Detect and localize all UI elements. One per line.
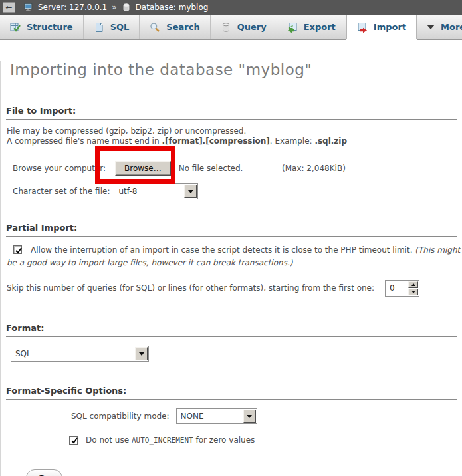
max-size-note: (Max: 2,048KiB) <box>282 164 346 173</box>
allow-interruption-label: Allow the interruption of an import in c… <box>31 245 415 255</box>
format-value: SQL <box>11 346 134 361</box>
select-arrow-icon <box>135 347 148 360</box>
browse-row: Browse your computer: Browse… No file se… <box>13 160 458 176</box>
tab-bar: Structure SQL Search Query Export <box>0 15 462 40</box>
export-icon <box>287 22 298 33</box>
hint-line2-prefix: A compressed file's name must end in <box>7 136 162 146</box>
server-icon <box>24 3 33 12</box>
tab-search[interactable]: Search <box>140 15 210 39</box>
tab-query[interactable]: Query <box>211 15 277 39</box>
import-icon <box>357 22 368 33</box>
breadcrumb-server[interactable]: Server: 127.0.0.1 <box>38 3 107 12</box>
hint-format-pattern: .[format].[compression] <box>162 136 269 146</box>
search-icon <box>150 22 160 33</box>
breadcrumb-database[interactable]: Database: myblog <box>136 3 209 12</box>
allow-interruption-checkbox[interactable] <box>13 245 22 254</box>
compat-value: NONE <box>177 409 243 423</box>
spin-up-button[interactable] <box>408 281 418 288</box>
no-file-status: No file selected. <box>179 164 243 173</box>
format-select[interactable]: SQL <box>11 346 149 362</box>
compat-row: SQL compatibility mode: NONE <box>71 408 458 424</box>
tab-label: Import <box>374 22 406 32</box>
database-icon <box>122 3 131 12</box>
back-button[interactable]: ← <box>3 2 15 13</box>
tab-structure[interactable]: Structure <box>0 15 84 39</box>
breadcrumb: ← Server: 127.0.0.1 » Database: myblog <box>0 0 462 15</box>
tab-import[interactable]: Import <box>346 15 417 39</box>
charset-row: Character set of the file: utf-8 <box>13 183 458 199</box>
tab-label: Query <box>237 22 267 32</box>
check-icon <box>15 247 23 255</box>
back-icon: ← <box>5 3 12 11</box>
tab-label: Export <box>304 22 336 32</box>
tab-label: SQL <box>110 22 130 32</box>
spin-down-button[interactable] <box>408 289 418 295</box>
go-button[interactable]: Go <box>26 469 62 476</box>
tab-sql[interactable]: SQL <box>84 15 140 39</box>
hint-example: .sql.zip <box>314 136 347 146</box>
sql-icon <box>94 22 104 33</box>
charset-value: utf-8 <box>114 184 183 199</box>
tab-label: More <box>441 22 462 32</box>
autoinc-code: AUTO_INCREMENT <box>132 436 193 445</box>
select-arrow-icon <box>243 410 256 423</box>
section-heading-format: Format: <box>6 323 457 337</box>
check-icon <box>70 437 78 445</box>
compat-select[interactable]: NONE <box>176 408 257 424</box>
main-content: Importing into the database "myblog" Fil… <box>0 61 462 476</box>
page-title: Importing into the database "myblog" <box>10 61 458 78</box>
section-heading-partial-import: Partial Import: <box>6 223 457 237</box>
tab-more[interactable]: More <box>417 15 462 39</box>
format-row: SQL <box>11 346 458 362</box>
compat-label: SQL compatibility mode: <box>71 412 170 421</box>
structure-icon <box>10 22 21 33</box>
query-icon <box>221 22 231 33</box>
autoinc-label: Do not use AUTO_INCREMENT for zero value… <box>86 435 255 445</box>
section-heading-format-options: Format-Specific Options: <box>6 386 457 400</box>
browse-label: Browse your computer: <box>13 164 106 173</box>
tab-export[interactable]: Export <box>277 15 346 39</box>
skip-row: Skip this number of queries (for SQL) or… <box>7 279 458 297</box>
charset-select[interactable]: utf-8 <box>114 183 198 199</box>
autoinc-row: Do not use AUTO_INCREMENT for zero value… <box>69 435 458 445</box>
skip-label: Skip this number of queries (for SQL) or… <box>7 283 374 293</box>
autoinc-checkbox[interactable] <box>69 436 78 445</box>
section-heading-file-to-import: File to Import: <box>6 106 457 120</box>
select-arrow-icon <box>184 185 197 198</box>
charset-label: Character set of the file: <box>13 187 110 196</box>
file-hint: File may be compressed (gzip, bzip2, zip… <box>7 126 458 146</box>
hint-line1: File may be compressed (gzip, bzip2, zip… <box>7 126 246 136</box>
skip-number-value: 0 <box>386 281 407 296</box>
breadcrumb-separator: » <box>112 3 116 12</box>
allow-interruption-row: Allow the interruption of an import in c… <box>7 244 462 269</box>
skip-number-input[interactable]: 0 <box>385 280 419 297</box>
chevron-down-icon <box>427 25 435 29</box>
hint-line2-mid: . Example: <box>270 136 315 146</box>
tab-label: Structure <box>27 22 73 32</box>
tab-label: Search <box>166 22 199 32</box>
browse-button[interactable]: Browse… <box>115 161 171 176</box>
